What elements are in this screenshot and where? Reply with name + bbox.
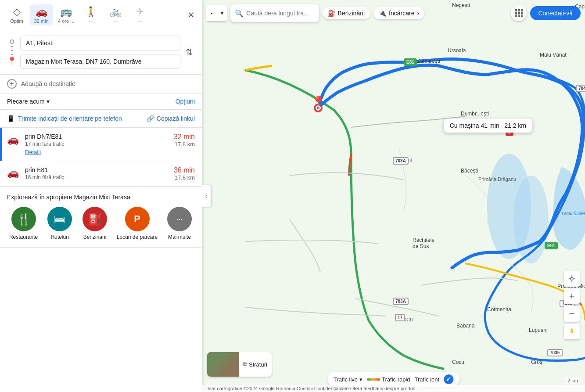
satellite-button[interactable]: ▪: [206, 5, 217, 21]
route2-sub: 16 min fără trafic: [25, 174, 168, 180]
gas-station-chip[interactable]: ⛽ Benzinării: [323, 7, 370, 19]
add-destination[interactable]: + Adaugă o destinație: [0, 75, 202, 94]
badge-e81-top: E81: [404, 58, 417, 66]
explore-parking[interactable]: P Locuri de parcare: [117, 207, 158, 240]
connect-button[interactable]: Conectați-vă: [530, 6, 581, 20]
hotels-icon: 🛏: [47, 207, 72, 231]
route-option-1[interactable]: 🚗 prin DN7/E81 17 min fără trafic Detali…: [0, 128, 202, 161]
zoom-out-button[interactable]: −: [564, 306, 580, 322]
svg-point-16: [571, 277, 573, 280]
traffic-legend: Trafic live ▾ Trafic rapid Trafic lent ✓: [327, 372, 459, 387]
traffic-live-button[interactable]: Trafic live ▾: [334, 376, 362, 383]
restaurants-label: Restaurante: [9, 234, 38, 240]
traffic-slow-label: Trafic lent: [415, 376, 440, 383]
layer-expand-button[interactable]: ▾: [217, 5, 227, 21]
more-label: Mai multe: [168, 234, 191, 240]
route1-time-dist: 32 min 17,8 km: [174, 133, 195, 147]
transport-car[interactable]: 🚗 32 min: [30, 4, 53, 25]
map-search-box: 🔍: [230, 4, 319, 22]
route2-car-icon: 🚗: [7, 167, 19, 179]
traffic-live-label: Trafic live: [334, 376, 358, 383]
layers-text: Straturi: [249, 361, 267, 368]
explore-items: 🍴 Restaurante 🛏 Hoteluri ⛽ Benzinării P …: [7, 207, 195, 240]
badge-17: 17: [395, 314, 405, 321]
route-fields: [20, 36, 180, 69]
svg-rect-0: [202, 0, 585, 392]
zoom-in-button[interactable]: +: [564, 288, 580, 304]
toggle-check-icon: ✓: [446, 376, 451, 383]
origin-input[interactable]: [20, 36, 180, 50]
map-collapse-button[interactable]: ‹: [202, 185, 211, 207]
svg-point-2: [513, 176, 549, 263]
place-primaria-draganu: Primăria Drăganu: [478, 176, 516, 182]
bus-icon: 🚌: [60, 6, 72, 18]
layers-widget[interactable]: ⧉ Straturi: [207, 352, 272, 377]
map-svg: Lacul Budeasa: [202, 0, 585, 392]
transport-bus[interactable]: 🚌 4 ore ...: [54, 4, 78, 25]
badge-704h: 704H: [576, 85, 585, 92]
optim-label: Optim: [10, 18, 23, 24]
route1-time: 32 min: [174, 133, 195, 141]
svg-rect-13: [515, 15, 517, 17]
transport-optim[interactable]: ◇ Optim: [5, 4, 28, 25]
origin-dot: [10, 40, 14, 44]
route2-details: prin E81 16 min fără trafic: [25, 166, 168, 180]
route2-dist: 17,8 km: [174, 174, 195, 181]
plane-icon: ✈: [136, 6, 144, 18]
route1-details-link[interactable]: Detalii: [25, 149, 168, 155]
svg-rect-8: [518, 9, 520, 11]
layers-thumb-inner: [207, 352, 239, 377]
route1-sub: 17 min fără trafic: [25, 141, 168, 147]
layers-label: ⧉ Straturi: [239, 359, 272, 370]
map-controls: + −: [564, 271, 580, 339]
copy-link-button[interactable]: 🔗 Copiază linkul: [147, 115, 195, 122]
place-lupueni: Lupueni: [529, 327, 548, 333]
locate-me-button[interactable]: [564, 271, 580, 287]
route2-via: prin E81: [25, 166, 168, 173]
explore-restaurants[interactable]: 🍴 Restaurante: [9, 207, 38, 240]
street-view-button[interactable]: [564, 324, 580, 339]
traffic-toggle[interactable]: ✓: [444, 374, 453, 384]
explore-gas[interactable]: ⛽ Benzinării: [82, 207, 108, 240]
departure-time-button[interactable]: Plecare acum ▾: [7, 98, 50, 105]
explore-hotels[interactable]: 🛏 Hoteluri: [47, 207, 73, 240]
place-bacesti: Băcești: [461, 168, 478, 174]
route1-details: prin DN7/E81 17 min fără trafic Detalii: [25, 133, 168, 155]
place-grosi: Groși: [531, 359, 544, 365]
walk-icon: 🚶: [85, 6, 97, 18]
copy-icon: 🔗: [147, 115, 154, 122]
send-directions-button[interactable]: 📱 Trimite indicații de orientare pe tele…: [7, 115, 122, 122]
send-label: Trimite indicații de orientare pe telefo…: [18, 115, 122, 122]
gas-chip-icon: ⛽: [328, 10, 335, 17]
dot-small-1: [11, 46, 13, 47]
left-panel: ◇ Optim 🚗 32 min 🚌 4 ore ... 🚶 — 🚲 — ✈ —…: [0, 0, 202, 392]
place-zamfiresti: Zamfirești: [417, 58, 440, 64]
pegman-icon: [568, 328, 575, 335]
destination-input[interactable]: [20, 54, 180, 69]
place-rachitele: Râchitelede Sus: [413, 237, 434, 249]
charge-chip[interactable]: 🔌 Încărcare ›: [373, 7, 424, 19]
transport-walk[interactable]: 🚶 —: [79, 4, 102, 25]
transport-bike[interactable]: 🚲 —: [104, 4, 127, 25]
route-option-2[interactable]: 🚗 prin E81 16 min fără trafic 36 min 17,…: [0, 161, 202, 187]
svg-point-21: [571, 328, 573, 330]
layers-widget-inner: ⧉ Straturi: [207, 352, 272, 377]
explore-more[interactable]: ··· Mai multe: [166, 207, 193, 240]
traffic-slow-segment: Trafic lent: [415, 376, 440, 383]
route2-time-dist: 36 min 17,8 km: [174, 166, 195, 181]
transport-plane[interactable]: ✈ —: [129, 4, 151, 25]
place-malu-vanat: Malu Vânat: [540, 52, 567, 58]
charge-chip-icon: 🔌: [379, 10, 386, 17]
map-search-input[interactable]: [246, 10, 314, 17]
route1-via: prin DN7/E81: [25, 133, 168, 140]
plane-label: —: [138, 18, 143, 24]
swap-routes-button[interactable]: ⇅: [184, 45, 195, 59]
map-area[interactable]: Lacul Budeasa: [202, 0, 585, 392]
explore-title: Explorează în apropiere Magazin Mixt Ter…: [7, 194, 195, 201]
options-button[interactable]: Opțiuni: [176, 98, 195, 105]
dot-small-2: [11, 50, 13, 51]
svg-rect-11: [518, 12, 520, 14]
place-cotmenita: Cotmenița: [487, 306, 511, 313]
close-button[interactable]: ✕: [186, 8, 197, 22]
apps-grid-button[interactable]: [511, 5, 527, 21]
